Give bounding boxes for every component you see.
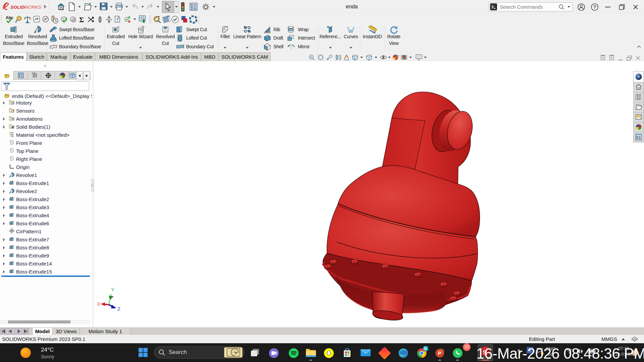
svg-text:WORKS: WORKS bbox=[24, 5, 41, 10]
svg-text:Y: Y bbox=[111, 287, 114, 292]
svg-text:SOLID: SOLID bbox=[10, 5, 24, 10]
svg-text:Abc: Abc bbox=[6, 15, 13, 20]
svg-text:Σ: Σ bbox=[79, 15, 84, 23]
svg-text:A: A bbox=[12, 117, 14, 120]
svg-text:X: X bbox=[97, 301, 100, 307]
svg-text:?: ? bbox=[593, 4, 596, 10]
svg-text:?: ? bbox=[116, 17, 119, 22]
svg-text:Z: Z bbox=[117, 306, 120, 312]
svg-text:P: P bbox=[438, 351, 441, 356]
svg-text:GD: GD bbox=[289, 29, 293, 31]
